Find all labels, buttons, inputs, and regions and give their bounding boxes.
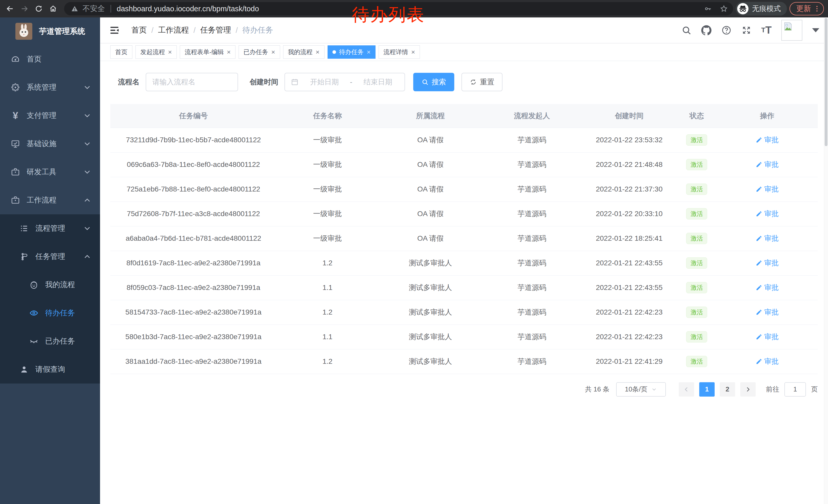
browser-update-button[interactable]: 更新 — [790, 2, 824, 15]
scrollbar-thumb[interactable] — [825, 18, 827, 146]
close-icon[interactable]: × — [271, 49, 275, 55]
approve-link[interactable]: 审批 — [756, 357, 779, 366]
approve-link[interactable]: 审批 — [756, 184, 779, 194]
sidebar-item-label: 待办任务 — [45, 308, 75, 318]
tab-label: 流程详情 — [383, 48, 408, 56]
approve-link[interactable]: 审批 — [756, 160, 779, 170]
cell-starter: 芋道源码 — [483, 177, 581, 201]
sidebar-item-9[interactable]: 待办任务 — [0, 299, 100, 327]
bookmark-star-icon[interactable] — [720, 5, 728, 13]
approve-label: 审批 — [764, 258, 779, 268]
page-size-select[interactable]: 10条/页 — [616, 382, 666, 397]
process-name-input[interactable] — [146, 73, 238, 91]
search-icon — [421, 79, 429, 86]
chevron-left-icon — [683, 386, 690, 393]
sidebar-item-10[interactable]: 已办任务 — [0, 327, 100, 355]
approve-link[interactable]: 审批 — [756, 307, 779, 317]
date-range-input[interactable]: 开始日期 - 结束日期 — [285, 73, 405, 91]
chevron-up-icon — [83, 196, 92, 205]
page-button-2[interactable]: 2 — [720, 382, 735, 397]
approve-link[interactable]: 审批 — [756, 209, 779, 219]
column-header: 任务名称 — [277, 104, 378, 128]
approve-link[interactable]: 审批 — [756, 283, 779, 292]
cell-task-id: 58154733-7ac8-11ec-a9e2-a2380e71991a — [110, 300, 277, 325]
search-button[interactable]: 搜索 — [413, 73, 454, 91]
sidebar-item-7[interactable]: 任务管理 — [0, 242, 100, 271]
status-badge: 激活 — [686, 331, 707, 342]
avatar-caret-icon[interactable] — [812, 28, 819, 32]
font-size-icon[interactable]: TT — [761, 25, 772, 35]
approve-link[interactable]: 审批 — [756, 258, 779, 268]
sidebar-item-6[interactable]: 流程管理 — [0, 214, 100, 242]
search-icon[interactable] — [681, 25, 692, 35]
key-icon[interactable] — [704, 5, 712, 13]
github-icon[interactable] — [701, 25, 711, 35]
close-icon[interactable]: × — [316, 49, 320, 55]
sidebar-item-4[interactable]: 研发工具 — [0, 158, 100, 186]
page-button-1[interactable]: 1 — [699, 382, 715, 397]
monitor-icon — [11, 139, 20, 148]
table-row-7: 58154733-7ac8-11ec-a9e2-a2380e71991a1.2测… — [110, 300, 818, 325]
approve-label: 审批 — [764, 234, 779, 243]
hamburger-icon[interactable] — [109, 25, 120, 36]
tab-0[interactable]: 首页 — [110, 45, 132, 59]
breadcrumb-item-0[interactable]: 首页 — [131, 25, 147, 35]
navbar: 首页/工作流程/任务管理/待办任务 TT — [100, 17, 828, 43]
sidebar-item-label: 系统管理 — [27, 82, 56, 93]
breadcrumb-separator: / — [194, 26, 196, 35]
sidebar-item-11[interactable]: 请假查询 — [0, 355, 100, 383]
browser-home-button[interactable] — [47, 3, 59, 15]
tab-6[interactable]: 流程详情× — [379, 45, 420, 59]
next-page-button[interactable] — [740, 382, 756, 397]
breadcrumb-item-1[interactable]: 工作流程 — [158, 25, 189, 35]
sidebar-item-2[interactable]: ¥支付管理 — [0, 101, 100, 130]
tab-label: 发起流程 — [140, 48, 165, 56]
yen-icon: ¥ — [11, 111, 20, 120]
close-icon[interactable]: × — [227, 49, 231, 55]
approve-link[interactable]: 审批 — [756, 332, 779, 342]
prev-page-button[interactable] — [679, 382, 694, 397]
sidebar-item-label: 任务管理 — [35, 251, 65, 262]
browser-forward-button[interactable] — [18, 3, 30, 15]
sidebar-item-8[interactable]: 我的流程 — [0, 271, 100, 299]
sidebar-item-3[interactable]: 基础设施 — [0, 130, 100, 158]
avatar[interactable] — [781, 20, 802, 41]
tab-5[interactable]: 待办任务× — [328, 45, 376, 59]
breadcrumb-item-2[interactable]: 任务管理 — [200, 25, 231, 35]
page-scrollbar[interactable] — [824, 17, 828, 504]
cell-process: 测试多审批人 — [378, 349, 482, 374]
gauge-icon — [11, 55, 20, 64]
close-icon[interactable]: × — [411, 49, 415, 55]
dots-vertical-icon[interactable] — [813, 5, 821, 12]
status-badge: 激活 — [686, 307, 707, 318]
close-icon[interactable]: × — [168, 49, 172, 55]
sidebar-item-1[interactable]: 系统管理 — [0, 73, 100, 101]
cell-process: OA 请假 — [378, 201, 482, 226]
reset-button[interactable]: 重置 — [461, 73, 502, 91]
tab-4[interactable]: 我的流程× — [283, 45, 325, 59]
tab-2[interactable]: 流程表单-编辑× — [180, 45, 236, 59]
chevron-right-icon — [745, 386, 751, 393]
help-icon[interactable] — [721, 25, 732, 35]
tab-3[interactable]: 已办任务× — [239, 45, 280, 59]
fullscreen-icon[interactable] — [741, 25, 752, 35]
sidebar-item-5[interactable]: 工作流程 — [0, 186, 100, 214]
chevron-down-icon — [83, 168, 92, 177]
cell-task-id: 8f0d1619-7ac8-11ec-a9e2-a2380e71991a — [110, 251, 277, 275]
address-bar[interactable]: 不安全 dashboard.yudao.iocoder.cn/bpm/task/… — [64, 2, 733, 15]
browser-reload-button[interactable] — [33, 3, 45, 15]
pen-icon — [756, 137, 762, 143]
close-icon[interactable]: × — [367, 49, 371, 55]
approve-link[interactable]: 审批 — [756, 234, 779, 243]
browser-back-button[interactable] — [4, 3, 16, 15]
goto-page-input[interactable] — [784, 382, 806, 397]
status-badge: 激活 — [686, 356, 707, 367]
goto-label: 前往 — [766, 385, 779, 394]
sidebar-header[interactable]: 芋道管理系统 — [0, 17, 100, 45]
search-button-label: 搜索 — [432, 77, 446, 87]
tab-1[interactable]: 发起流程× — [135, 45, 177, 59]
cell-process: OA 请假 — [378, 128, 482, 152]
sidebar-item-0[interactable]: 首页 — [0, 45, 100, 73]
security-label: 不安全 — [83, 4, 105, 14]
approve-link[interactable]: 审批 — [756, 135, 779, 145]
